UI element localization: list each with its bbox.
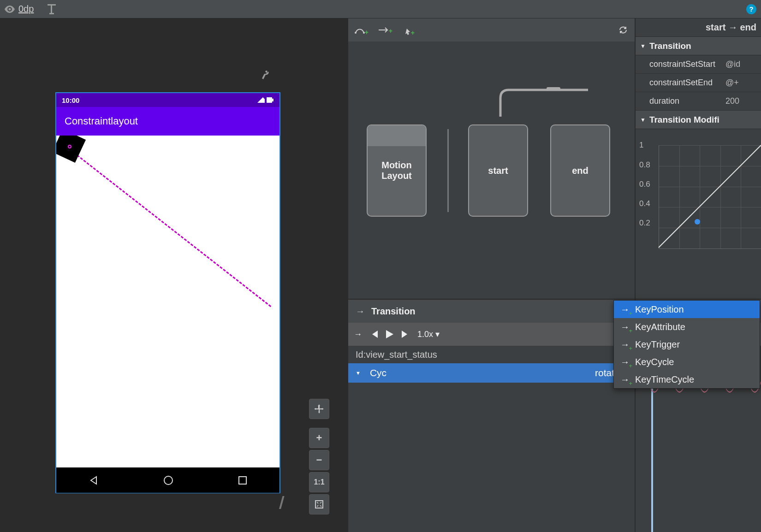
text-baseline-icon[interactable] [48,4,56,14]
nav-recent-icon[interactable] [238,476,247,485]
motion-layout-box[interactable]: Motion Layout [367,124,427,217]
motion-path-line [67,147,271,307]
add-transition-icon[interactable]: + [379,27,389,33]
ytick-0.2: 0.2 [639,219,650,228]
constraintset-end-box[interactable]: end [550,124,610,217]
keyframe-type-menu: →+ KeyPosition →+ KeyAttribute →+ KeyTri… [613,300,760,389]
attr-constraint-end[interactable]: constraintSetEnd @+ [636,74,761,92]
speed-label[interactable]: 1.0x ▾ [417,329,440,339]
design-toolbar: 0dp ? [0,0,761,18]
key-arrow-icon: →+ [620,322,630,332]
add-click-icon[interactable]: + [403,25,411,35]
ytick-0.6: 0.6 [639,180,650,189]
motion-editor-panel: + + + [348,18,761,532]
status-bar: 10:00 [56,93,279,107]
device-preview-panel: 10:00 Constraintlayout [0,18,348,532]
default-margin-label[interactable]: 0dp [18,4,34,14]
status-time: 10:00 [62,96,79,104]
zoom-out-button[interactable]: − [309,450,329,470]
zoom-fit-button[interactable] [309,494,329,514]
interpolator-marker[interactable] [695,219,700,225]
motion-preview-surface[interactable] [56,136,279,467]
key-arrow-icon: →+ [620,357,630,367]
help-icon[interactable]: ? [746,4,756,14]
app-title: Constraintlayout [65,115,138,127]
key-arrow-icon: →+ [620,339,630,350]
menu-item-keycycle[interactable]: →+ KeyCycle [614,353,760,371]
attributes-panel: start → end ▼ Transition constraintSetSt… [636,18,761,299]
timeline-cyc-row[interactable]: ▼ Cyc rotation [348,363,635,383]
skip-start-icon[interactable] [370,331,378,338]
transition-arrow[interactable] [487,84,588,117]
svg-point-0 [9,8,11,10]
ytick-0.4: 0.4 [639,199,650,208]
svg-rect-1 [48,4,56,6]
pan-button[interactable] [309,399,329,419]
section-transition[interactable]: ▼ Transition [636,37,761,55]
chevron-down-icon: ▼ [356,370,361,376]
preview-zoom-controls: + − 1:1 [309,399,329,514]
arrow-right-icon: → [356,306,365,317]
nav-home-icon[interactable] [164,476,173,485]
direction-icon[interactable]: → [354,330,362,339]
chevron-down-icon: ▼ [640,43,646,49]
nav-back-icon[interactable] [89,476,98,485]
svg-rect-10 [547,87,560,90]
svg-rect-5 [272,99,273,101]
svg-rect-3 [49,13,54,14]
selection-title: start → end [636,18,761,37]
chevron-down-icon: ▼ [640,117,646,123]
phone-frame: 10:00 Constraintlayout [55,92,280,493]
zoom-reset-button[interactable]: 1:1 [309,472,329,492]
constraintset-start-box[interactable]: start [468,124,528,217]
interpolator-curve [659,145,761,248]
menu-item-keyattribute[interactable]: →+ KeyAttribute [614,318,760,336]
timeline-title: → Transition [348,300,635,323]
overview-toolbar: + + + [348,18,635,41]
start-box-label: start [488,166,508,176]
key-arrow-icon: →+ [620,304,630,315]
svg-rect-2 [51,6,52,13]
svg-rect-6 [315,501,323,508]
motion-overview: + + + [348,18,636,299]
wrench-icon[interactable] [261,69,270,80]
play-icon[interactable] [386,330,393,338]
status-icons [257,96,274,104]
overview-canvas[interactable]: Motion Layout start end [348,41,635,299]
svg-rect-4 [267,97,272,103]
overview-separator [447,129,449,212]
ytick-1: 1 [639,141,643,150]
path-start-marker [68,145,71,148]
visibility-icon[interactable] [5,6,15,13]
svg-point-7 [355,32,357,34]
menu-item-keytrigger[interactable]: →+ KeyTrigger [614,336,760,353]
menu-item-keyposition[interactable]: →+ KeyPosition [614,301,760,318]
transport-bar: → 1.0x ▾ [348,323,635,346]
attr-constraint-start[interactable]: constraintSetStart @id [636,55,761,74]
menu-item-keytimecycle[interactable]: →+ KeyTimeCycle [614,371,760,388]
skip-end-icon[interactable] [402,331,409,338]
cycle-icon[interactable] [618,25,628,35]
timeline-id-row[interactable]: Id:view_start_status [348,346,635,363]
add-constraintset-icon[interactable]: + [355,25,365,35]
zoom-in-button[interactable]: + [309,428,329,448]
ytick-0.8: 0.8 [639,160,650,170]
app-bar: Constraintlayout [56,107,279,136]
resize-handle-icon[interactable]: /// [279,493,280,513]
attr-duration[interactable]: duration 200 [636,92,761,111]
key-arrow-icon: →+ [620,374,630,385]
motion-layout-box-label: Motion Layout [381,160,412,181]
section-transition-modifiers[interactable]: ▼ Transition Modifi [636,111,761,129]
nav-bar [56,467,279,493]
end-box-label: end [572,166,589,176]
interpolator-chart[interactable]: 1 0.8 0.6 0.4 0.2 [636,129,761,254]
